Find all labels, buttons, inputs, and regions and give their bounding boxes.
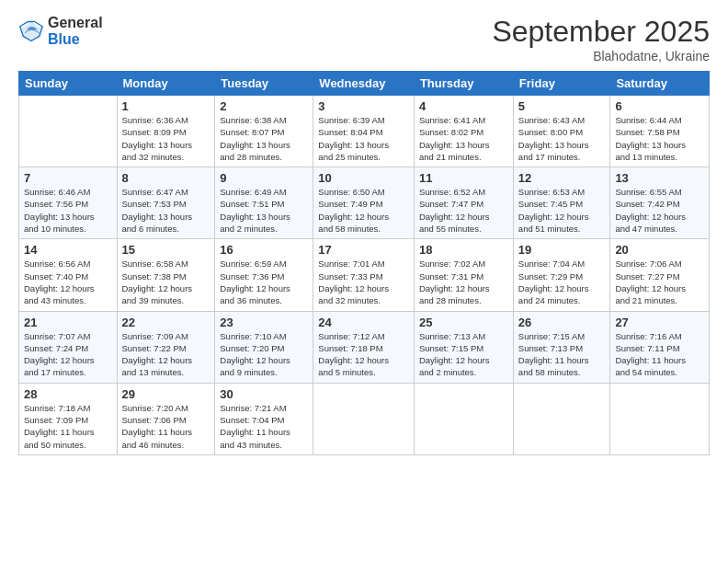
day-info: Sunrise: 6:38 AM Sunset: 8:07 PM Dayligh… [220, 114, 308, 163]
calendar-header-sunday: Sunday [19, 72, 118, 96]
day-info: Sunrise: 7:20 AM Sunset: 7:06 PM Dayligh… [122, 402, 210, 451]
calendar-cell: 9Sunrise: 6:49 AM Sunset: 7:51 PM Daylig… [215, 167, 313, 239]
day-info: Sunrise: 6:59 AM Sunset: 7:36 PM Dayligh… [220, 258, 308, 306]
day-number: 18 [419, 243, 508, 257]
day-info: Sunrise: 6:47 AM Sunset: 7:53 PM Dayligh… [122, 186, 210, 235]
calendar-cell: 15Sunrise: 6:58 AM Sunset: 7:38 PM Dayli… [117, 239, 215, 311]
calendar-cell: 23Sunrise: 7:10 AM Sunset: 7:20 PM Dayli… [215, 311, 313, 383]
day-info: Sunrise: 6:46 AM Sunset: 7:56 PM Dayligh… [24, 186, 112, 235]
day-info: Sunrise: 6:43 AM Sunset: 8:00 PM Dayligh… [518, 114, 606, 163]
day-number: 10 [318, 171, 409, 185]
logo-blue-text: Blue [48, 31, 103, 48]
calendar-cell: 1Sunrise: 6:36 AM Sunset: 8:09 PM Daylig… [117, 96, 215, 167]
day-info: Sunrise: 6:36 AM Sunset: 8:09 PM Dayligh… [122, 114, 210, 163]
logo-general-text: General [48, 15, 103, 31]
calendar-week-row: 1Sunrise: 6:36 AM Sunset: 8:09 PM Daylig… [19, 96, 710, 167]
calendar-cell: 5Sunrise: 6:43 AM Sunset: 8:00 PM Daylig… [513, 96, 610, 167]
logo: General Blue [18, 15, 103, 47]
calendar-header-row: SundayMondayTuesdayWednesdayThursdayFrid… [19, 72, 710, 96]
day-info: Sunrise: 6:53 AM Sunset: 7:45 PM Dayligh… [518, 186, 606, 235]
day-info: Sunrise: 7:10 AM Sunset: 7:20 PM Dayligh… [220, 330, 308, 379]
day-number: 1 [122, 99, 210, 113]
calendar-header-tuesday: Tuesday [215, 72, 313, 96]
calendar-week-row: 21Sunrise: 7:07 AM Sunset: 7:24 PM Dayli… [19, 311, 710, 383]
calendar-cell: 13Sunrise: 6:55 AM Sunset: 7:42 PM Dayli… [610, 167, 710, 239]
calendar-cell: 24Sunrise: 7:12 AM Sunset: 7:18 PM Dayli… [313, 311, 415, 383]
calendar-cell: 16Sunrise: 6:59 AM Sunset: 7:36 PM Dayli… [215, 239, 313, 311]
day-number: 23 [220, 316, 308, 329]
location: Blahodatne, Ukraine [492, 49, 710, 63]
calendar-cell: 11Sunrise: 6:52 AM Sunset: 7:47 PM Dayli… [414, 167, 513, 239]
calendar-cell: 22Sunrise: 7:09 AM Sunset: 7:22 PM Dayli… [117, 311, 215, 383]
day-info: Sunrise: 7:09 AM Sunset: 7:22 PM Dayligh… [122, 330, 210, 379]
day-number: 16 [220, 243, 308, 257]
calendar-cell: 17Sunrise: 7:01 AM Sunset: 7:33 PM Dayli… [313, 239, 415, 311]
calendar-cell: 10Sunrise: 6:50 AM Sunset: 7:49 PM Dayli… [313, 167, 415, 239]
day-number: 28 [24, 387, 112, 401]
day-info: Sunrise: 6:41 AM Sunset: 8:02 PM Dayligh… [419, 114, 508, 163]
day-info: Sunrise: 6:58 AM Sunset: 7:38 PM Dayligh… [122, 258, 210, 306]
month-title: September 2025 [492, 15, 710, 49]
day-number: 8 [122, 171, 210, 185]
day-number: 4 [419, 99, 508, 113]
day-number: 30 [220, 387, 308, 401]
calendar-week-row: 14Sunrise: 6:56 AM Sunset: 7:40 PM Dayli… [19, 239, 710, 311]
calendar-cell: 28Sunrise: 7:18 AM Sunset: 7:09 PM Dayli… [19, 383, 118, 454]
calendar-week-row: 7Sunrise: 6:46 AM Sunset: 7:56 PM Daylig… [19, 167, 710, 239]
day-number: 24 [318, 316, 409, 329]
day-info: Sunrise: 6:44 AM Sunset: 7:58 PM Dayligh… [615, 114, 704, 163]
calendar-cell: 7Sunrise: 6:46 AM Sunset: 7:56 PM Daylig… [19, 167, 118, 239]
calendar-cell: 2Sunrise: 6:38 AM Sunset: 8:07 PM Daylig… [215, 96, 313, 167]
page: General Blue September 2025 Blahodatne, … [0, 0, 728, 563]
calendar-cell: 18Sunrise: 7:02 AM Sunset: 7:31 PM Dayli… [414, 239, 513, 311]
day-info: Sunrise: 7:21 AM Sunset: 7:04 PM Dayligh… [220, 402, 308, 451]
calendar-cell: 21Sunrise: 7:07 AM Sunset: 7:24 PM Dayli… [19, 311, 118, 383]
logo-icon [18, 18, 44, 44]
day-info: Sunrise: 6:49 AM Sunset: 7:51 PM Dayligh… [220, 186, 308, 235]
day-info: Sunrise: 7:13 AM Sunset: 7:15 PM Dayligh… [419, 330, 508, 379]
day-number: 25 [419, 316, 508, 329]
day-number: 6 [615, 99, 704, 113]
calendar-cell [19, 96, 118, 167]
day-number: 19 [518, 243, 606, 257]
svg-marker-0 [22, 21, 41, 40]
day-info: Sunrise: 7:01 AM Sunset: 7:33 PM Dayligh… [318, 258, 409, 306]
day-info: Sunrise: 7:16 AM Sunset: 7:11 PM Dayligh… [615, 330, 704, 379]
day-number: 12 [518, 171, 606, 185]
calendar-header-wednesday: Wednesday [313, 72, 415, 96]
day-number: 14 [24, 243, 112, 257]
calendar-cell: 20Sunrise: 7:06 AM Sunset: 7:27 PM Dayli… [610, 239, 710, 311]
calendar-header-friday: Friday [513, 72, 610, 96]
day-info: Sunrise: 6:39 AM Sunset: 8:04 PM Dayligh… [318, 114, 409, 163]
day-number: 9 [220, 171, 308, 185]
logo-text: General Blue [48, 15, 103, 47]
calendar-header-thursday: Thursday [414, 72, 513, 96]
day-number: 22 [122, 316, 210, 329]
calendar-cell: 8Sunrise: 6:47 AM Sunset: 7:53 PM Daylig… [117, 167, 215, 239]
calendar-cell: 27Sunrise: 7:16 AM Sunset: 7:11 PM Dayli… [610, 311, 710, 383]
day-info: Sunrise: 6:50 AM Sunset: 7:49 PM Dayligh… [318, 186, 409, 235]
day-number: 3 [318, 99, 409, 113]
day-info: Sunrise: 7:15 AM Sunset: 7:13 PM Dayligh… [518, 330, 606, 379]
day-number: 13 [615, 171, 704, 185]
calendar-header-saturday: Saturday [610, 72, 710, 96]
day-info: Sunrise: 6:52 AM Sunset: 7:47 PM Dayligh… [419, 186, 508, 235]
calendar-cell: 26Sunrise: 7:15 AM Sunset: 7:13 PM Dayli… [513, 311, 610, 383]
calendar-cell: 25Sunrise: 7:13 AM Sunset: 7:15 PM Dayli… [414, 311, 513, 383]
calendar-table: SundayMondayTuesdayWednesdayThursdayFrid… [18, 71, 710, 455]
calendar-cell: 19Sunrise: 7:04 AM Sunset: 7:29 PM Dayli… [513, 239, 610, 311]
day-number: 15 [122, 243, 210, 257]
calendar-cell: 6Sunrise: 6:44 AM Sunset: 7:58 PM Daylig… [610, 96, 710, 167]
day-number: 5 [518, 99, 606, 113]
calendar-week-row: 28Sunrise: 7:18 AM Sunset: 7:09 PM Dayli… [19, 383, 710, 454]
day-info: Sunrise: 7:02 AM Sunset: 7:31 PM Dayligh… [419, 258, 508, 306]
day-info: Sunrise: 7:12 AM Sunset: 7:18 PM Dayligh… [318, 330, 409, 379]
calendar-cell [610, 383, 710, 454]
day-info: Sunrise: 6:56 AM Sunset: 7:40 PM Dayligh… [24, 258, 112, 306]
calendar-cell [513, 383, 610, 454]
day-number: 7 [24, 171, 112, 185]
calendar-cell: 4Sunrise: 6:41 AM Sunset: 8:02 PM Daylig… [414, 96, 513, 167]
day-info: Sunrise: 7:07 AM Sunset: 7:24 PM Dayligh… [24, 330, 112, 379]
day-info: Sunrise: 7:06 AM Sunset: 7:27 PM Dayligh… [615, 258, 704, 306]
title-section: September 2025 Blahodatne, Ukraine [492, 15, 710, 63]
